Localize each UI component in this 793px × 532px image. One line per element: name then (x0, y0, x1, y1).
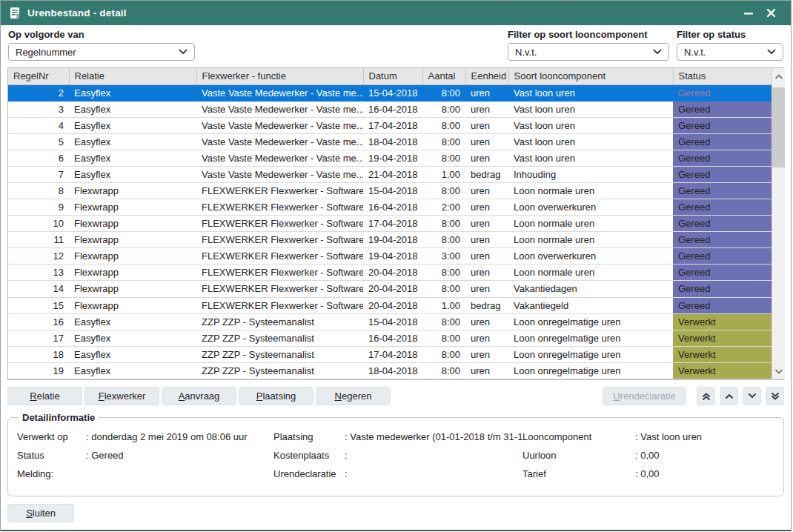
cell-eenheid: uren (465, 216, 508, 232)
filter-looncomponent-select[interactable]: N.v.t. (508, 43, 669, 61)
cell-aantal: 8:00 (422, 216, 465, 232)
plaatsing-button[interactable]: Plaatsing (239, 387, 313, 405)
minimize-button[interactable] (737, 1, 760, 25)
cell-relatie: Easyflex (69, 150, 196, 166)
cell-regelnr: 17 (8, 330, 69, 346)
cell-soort: Loon onregelmatige uren (508, 330, 673, 346)
urendeclaratie-button[interactable]: Urendeclaratie (603, 387, 686, 405)
svg-text:$: $ (16, 13, 19, 19)
cell-aantal: 8:00 (422, 362, 465, 379)
table-row[interactable]: 13FlexwrappFLEXWERKER Flexwerker - Softw… (8, 265, 772, 281)
table-row[interactable]: 19EasyflexZZP ZZP - Systeemanalist18-04-… (8, 362, 772, 379)
cell-eenheid: uren (465, 182, 508, 199)
table-row[interactable]: 4EasyflexVaste Vaste Medewerker - Vaste … (8, 117, 772, 133)
cell-status: Gereed (673, 150, 772, 166)
cell-datum: 16-04-2018 (363, 199, 422, 216)
scroll-to-bottom-button[interactable] (766, 387, 784, 405)
scrollbar-up-icon[interactable] (772, 70, 785, 83)
close-button[interactable] (760, 1, 782, 25)
negeren-button[interactable]: Negeren (316, 387, 391, 405)
melding-label: Melding: (17, 468, 86, 479)
cell-eenheid: uren (465, 101, 508, 117)
scroll-to-top-button[interactable] (697, 387, 715, 405)
table-row[interactable]: 17EasyflexZZP ZZP - Systeemanalist16-04-… (8, 330, 772, 346)
cell-aantal: 8:00 (422, 117, 465, 133)
cell-eenheid: uren (465, 362, 508, 379)
cell-regelnr: 12 (8, 248, 69, 265)
cell-eenheid: uren (465, 330, 508, 346)
vertical-scrollbar[interactable] (772, 68, 785, 379)
flexwerker-button[interactable]: Flexwerker (84, 387, 159, 405)
cell-soort: Loon normale uren (508, 232, 673, 248)
table-row[interactable]: 11FlexwrappFLEXWERKER Flexwerker - Softw… (8, 232, 772, 248)
cell-eenheid: uren (465, 199, 508, 216)
table-row[interactable]: 15FlexwrappFLEXWERKER Flexwerker - Softw… (8, 297, 772, 313)
cell-aantal: 8:00 (422, 182, 465, 199)
scrollbar-thumb[interactable] (772, 87, 785, 167)
sort-label: Op volgorde van (8, 29, 195, 40)
cell-flexwerker: ZZP ZZP - Systeemanalist (196, 362, 363, 379)
cell-regelnr: 10 (8, 216, 69, 232)
table-row[interactable]: 9FlexwrappFLEXWERKER Flexwerker - Softwa… (8, 199, 772, 216)
cell-aantal: 8:00 (422, 150, 465, 166)
scroll-up-button[interactable] (720, 387, 738, 405)
uren-table: RegelNr Relatie Flexwerker - functie Dat… (7, 67, 784, 380)
cell-eenheid: uren (465, 281, 508, 297)
cell-flexwerker: ZZP ZZP - Systeemanalist (196, 330, 363, 346)
cell-datum: 19-04-2018 (363, 248, 422, 265)
aanvraag-button[interactable]: Aanvraag (162, 387, 236, 405)
cell-soort: Vakantiedagen (508, 281, 673, 297)
cell-eenheid: bedrag (465, 166, 508, 182)
cell-soort: Inhouding (508, 166, 673, 182)
looncomponent-label: Looncomponent (522, 431, 635, 442)
cell-soort: Vakantiegeld (508, 297, 673, 313)
cell-flexwerker: FLEXWERKER Flexwerker - Software ... (196, 199, 363, 216)
cell-eenheid: uren (465, 232, 508, 248)
cell-regelnr: 3 (8, 101, 69, 117)
cell-aantal: 1.00 (422, 297, 465, 313)
kostenplaats-label: Kostenplaats (273, 450, 345, 461)
column-header-eenheid: Eenheid (465, 68, 508, 84)
cell-regelnr: 15 (8, 297, 69, 313)
table-row[interactable]: 7EasyflexVaste Vaste Medewerker - Vaste … (8, 166, 772, 182)
table-row[interactable]: 14FlexwrappFLEXWERKER Flexwerker - Softw… (8, 281, 772, 297)
table-row[interactable]: 18EasyflexZZP ZZP - Systeemanalist17-04-… (8, 346, 772, 362)
document-icon: $ (10, 7, 21, 20)
table-row[interactable]: 10FlexwrappFLEXWERKER Flexwerker - Softw… (8, 216, 772, 232)
filter-status-select[interactable]: N.v.t. (677, 43, 783, 61)
kostenplaats-value: : (345, 450, 522, 461)
table-row[interactable]: 3EasyflexVaste Vaste Medewerker - Vaste … (8, 101, 772, 117)
looncomponent-value: : Vast loon uren (635, 431, 774, 442)
cell-datum: 15-04-2018 (363, 313, 422, 330)
cell-regelnr: 6 (8, 150, 69, 166)
cell-soort: Vast loon uren (508, 84, 673, 101)
table-row[interactable]: 8FlexwrappFLEXWERKER Flexwerker - Softwa… (8, 182, 772, 199)
cell-eenheid: uren (465, 133, 508, 150)
scrollbar-down-icon[interactable] (772, 365, 785, 378)
column-header-flexwerker: Flexwerker - functie (196, 68, 363, 84)
double-chevron-down-icon (771, 392, 780, 401)
title-bar: $ Urenbestand - detail (1, 1, 791, 25)
cell-status: Gereed (673, 84, 772, 101)
table-row[interactable]: 2EasyflexVaste Vaste Medewerker - Vaste … (8, 84, 772, 101)
sluiten-button[interactable]: Sluiten (7, 504, 74, 522)
chevron-down-icon (767, 49, 776, 55)
cell-flexwerker: Vaste Vaste Medewerker - Vaste me... (196, 166, 363, 182)
table-row[interactable]: 5EasyflexVaste Vaste Medewerker - Vaste … (8, 133, 772, 150)
scroll-down-button[interactable] (743, 387, 761, 405)
cell-aantal: 8:00 (422, 84, 465, 101)
cell-soort: Vast loon uren (508, 117, 673, 133)
table-row[interactable]: 16EasyflexZZP ZZP - Systeemanalist15-04-… (8, 313, 772, 330)
cell-flexwerker: ZZP ZZP - Systeemanalist (196, 313, 363, 330)
sort-select[interactable]: Regelnummer (8, 43, 195, 61)
cell-datum: 17-04-2018 (363, 117, 422, 133)
cell-flexwerker: FLEXWERKER Flexwerker - Software ... (196, 265, 363, 281)
relatie-button[interactable]: Relatie (7, 387, 82, 405)
table-row[interactable]: 12FlexwrappFLEXWERKER Flexwerker - Softw… (8, 248, 772, 265)
cell-aantal: 8:00 (422, 101, 465, 117)
table-row[interactable]: 6EasyflexVaste Vaste Medewerker - Vaste … (8, 150, 772, 166)
cell-soort: Vast loon uren (508, 150, 673, 166)
cell-status: Gereed (673, 281, 772, 297)
urenbestand-detail-window: $ Urenbestand - detail Op volgorde van R… (0, 0, 792, 531)
tarief-value: : 0,00 (635, 468, 774, 479)
